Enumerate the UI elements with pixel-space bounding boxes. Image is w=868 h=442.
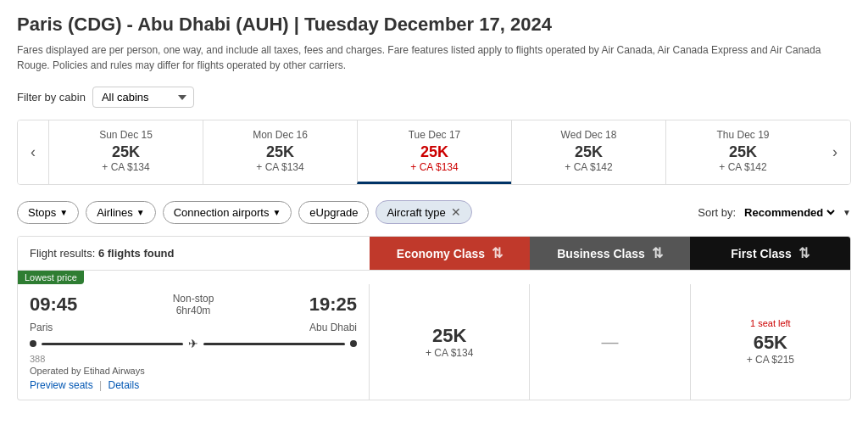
first-price: 65K <box>754 332 787 354</box>
date-extra-4: + CA $142 <box>671 161 815 173</box>
flight-duration-block: Non-stop 6hr40m <box>173 293 214 316</box>
first-seat-badge: 1 seat left <box>750 318 791 328</box>
date-cell-2[interactable]: Tue Dec 17 25K + CA $134 <box>357 120 511 184</box>
sort-select[interactable]: Recommended Price Duration <box>741 205 837 220</box>
aircraft-type-label: Aircraft type <box>387 206 445 219</box>
first-class-header[interactable]: First Class ⇅ <box>690 237 850 270</box>
date-price-2: 25K <box>363 143 506 161</box>
flight-duration-line: 6hr40m <box>173 305 214 316</box>
stops-filter-button[interactable]: Stops ▼ <box>17 201 79 224</box>
airlines-label: Airlines <box>97 206 133 219</box>
flight-arrive-time: 19:25 <box>309 294 357 316</box>
flight-number: 388 <box>30 354 357 364</box>
economy-sort-icon: ⇅ <box>492 245 503 261</box>
date-cell-4[interactable]: Thu Dec 19 25K + CA $142 <box>665 120 820 184</box>
date-price-3: 25K <box>517 143 660 161</box>
business-sort-icon: ⇅ <box>652 245 663 261</box>
date-prev-arrow[interactable]: ‹ <box>18 120 48 184</box>
date-label-3: Wed Dec 18 <box>517 129 660 141</box>
date-label-0: Sun Dec 15 <box>54 129 198 141</box>
date-cell-3[interactable]: Wed Dec 18 25K + CA $142 <box>511 120 665 184</box>
bar-dot-right <box>350 340 357 347</box>
date-price-4: 25K <box>671 143 815 161</box>
results-info: Flight results: 6 flights found <box>18 237 370 270</box>
date-next-arrow[interactable]: › <box>820 120 850 184</box>
economy-class-header[interactable]: Economy Class ⇅ <box>370 237 530 270</box>
economy-price-cell[interactable]: 25K + CA $134 <box>370 284 530 400</box>
date-label-2: Tue Dec 17 <box>363 129 506 141</box>
bar-line <box>42 343 183 345</box>
sort-chevron-icon: ▼ <box>843 208 851 217</box>
business-class-label: Business Class <box>557 247 645 260</box>
flight-destination: Abu Dhabi <box>309 322 357 333</box>
first-sort-icon: ⇅ <box>798 245 810 261</box>
date-cell-0[interactable]: Sun Dec 15 25K + CA $134 <box>48 120 203 184</box>
flight-info-panel: 09:45 Non-stop 6hr40m 19:25 Paris Abu Dh… <box>18 284 370 400</box>
lowest-price-badge: Lowest price <box>18 271 84 284</box>
details-link[interactable]: Details <box>108 379 140 391</box>
flight-route-row: Paris Abu Dhabi <box>30 322 357 333</box>
business-class-header[interactable]: Business Class ⇅ <box>530 237 690 270</box>
flight-operated-by: Operated by Etihad Airways <box>30 366 357 376</box>
stops-label: Stops <box>28 206 56 219</box>
bar-dot-left <box>30 340 36 347</box>
date-extra-3: + CA $142 <box>517 161 660 173</box>
page-title: Paris (CDG) - Abu Dhabi (AUH) | Tuesday … <box>17 14 851 36</box>
connection-airports-label: Connection airports <box>174 206 270 219</box>
sort-label: Sort by: <box>698 206 736 219</box>
date-nav: ‹ Sun Dec 15 25K + CA $134 Mon Dec 16 25… <box>17 120 851 185</box>
connection-airports-filter-button[interactable]: Connection airports ▼ <box>163 201 292 224</box>
date-price-1: 25K <box>209 143 352 161</box>
date-extra-1: + CA $134 <box>209 161 352 173</box>
bar-line-2 <box>203 343 345 345</box>
business-price-cell[interactable]: — <box>530 284 690 400</box>
date-cell-1[interactable]: Mon Dec 16 25K + CA $134 <box>203 120 357 184</box>
flight-bar-row: ✈ <box>30 337 357 350</box>
flight-main-row: 09:45 Non-stop 6hr40m 19:25 Paris Abu Dh… <box>18 284 850 400</box>
preview-seats-link[interactable]: Preview seats <box>30 379 93 391</box>
results-header-bar: Flight results: 6 flights found Economy … <box>17 236 851 271</box>
flight-origin: Paris <box>30 322 53 333</box>
business-price-dash: — <box>601 333 618 352</box>
flight-times-row: 09:45 Non-stop 6hr40m 19:25 <box>30 293 357 316</box>
cabin-select[interactable]: All cabins Economy Business First <box>92 87 194 108</box>
aircraft-type-close-icon[interactable]: ✕ <box>451 205 461 219</box>
plane-icon: ✈ <box>188 337 198 350</box>
page-subtitle: Fares displayed are per person, one way,… <box>17 42 851 73</box>
flight-stop-type: Non-stop <box>173 293 214 305</box>
first-price-cell[interactable]: 1 seat left 65K + CA $215 <box>691 284 850 400</box>
eupgrade-label: eUpgrade <box>309 206 358 219</box>
flight-links-row: Preview seats | Details <box>30 379 357 391</box>
flight-card: Lowest price 09:45 Non-stop 6hr40m 19:25 <box>17 271 851 400</box>
economy-price: 25K <box>432 325 466 347</box>
aircraft-type-button[interactable]: Aircraft type ✕ <box>376 200 471 224</box>
economy-price-extra: + CA $134 <box>426 347 473 359</box>
stops-chevron-icon: ▼ <box>59 208 68 217</box>
date-label-4: Thu Dec 19 <box>671 129 815 141</box>
flight-duration-value: 6hr40m <box>176 305 211 316</box>
first-price-extra: + CA $215 <box>747 354 794 366</box>
first-class-label: First Class <box>731 247 792 260</box>
flight-depart-time: 09:45 <box>30 294 77 316</box>
economy-class-label: Economy Class <box>397 247 485 260</box>
eupgrade-button[interactable]: eUpgrade <box>298 201 369 224</box>
results-header-text: Flight results: <box>30 247 95 260</box>
date-price-0: 25K <box>54 143 198 161</box>
filter-cabin-label: Filter by cabin <box>17 91 86 104</box>
airlines-filter-button[interactable]: Airlines ▼ <box>86 201 156 224</box>
date-extra-0: + CA $134 <box>54 161 198 173</box>
date-label-1: Mon Dec 16 <box>209 129 352 141</box>
links-divider: | <box>99 379 102 391</box>
date-extra-2: + CA $134 <box>363 161 506 173</box>
connection-chevron-icon: ▼ <box>272 208 281 217</box>
results-count: 6 flights found <box>98 247 175 260</box>
airlines-chevron-icon: ▼ <box>136 208 145 217</box>
